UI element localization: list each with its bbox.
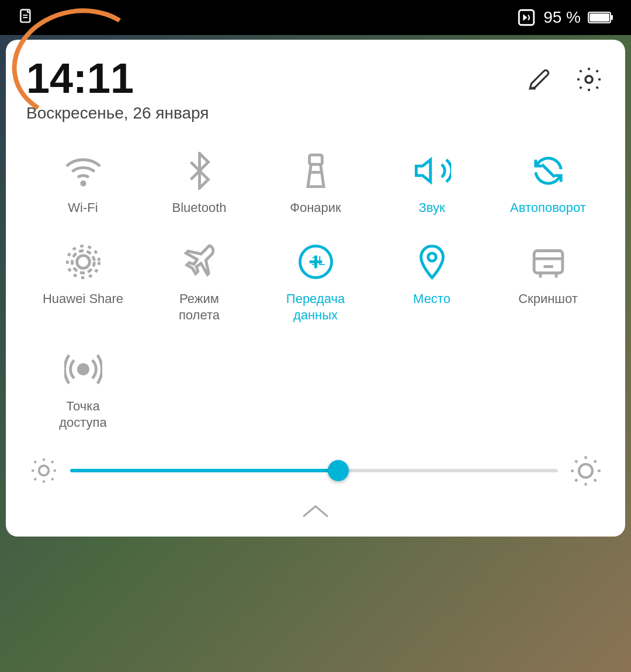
empty-cell-3 [375, 342, 488, 437]
empty-cell-1 [143, 342, 256, 437]
toggles-row2: Huawei Share Режимполета 1L [26, 234, 605, 330]
airplane-icon [181, 243, 219, 281]
brightness-slider[interactable] [70, 469, 558, 472]
flashlight-icon-container [294, 149, 338, 193]
hotspot-icon [64, 350, 102, 388]
brightness-row [26, 449, 605, 493]
flashlight-label: Фонарик [290, 200, 341, 217]
bottom-chevron-area[interactable] [26, 493, 605, 522]
settings-button[interactable] [573, 63, 605, 95]
airplane-toggle[interactable]: Режимполета [143, 234, 256, 330]
hotspot-icon-container [61, 347, 105, 391]
hotspot-toggle[interactable]: Точкадоступа [26, 342, 140, 437]
clock-date: Воскресенье, 26 января [26, 104, 209, 123]
svg-point-14 [77, 255, 89, 268]
chevron-up-icon[interactable] [301, 502, 330, 519]
svg-line-32 [51, 479, 53, 481]
data-transfer-icon-container: 1L [294, 240, 338, 284]
sound-icon [413, 152, 451, 190]
svg-line-35 [34, 479, 36, 481]
location-icon-container [410, 240, 454, 284]
svg-line-45 [594, 461, 596, 462]
autorotate-icon-container [526, 149, 570, 193]
bluetooth-label: Bluetooth [172, 200, 227, 217]
sound-toggle[interactable]: Звук [375, 143, 488, 222]
brightness-thumb[interactable] [328, 460, 349, 481]
autorotate-icon [529, 152, 567, 190]
screenshot-label: Скриншот [518, 291, 578, 308]
svg-point-37 [579, 464, 592, 478]
svg-point-9 [81, 182, 84, 184]
flashlight-toggle[interactable]: Фонарик [259, 143, 372, 222]
svg-point-8 [585, 76, 592, 83]
svg-marker-12 [416, 160, 430, 182]
battery-percentage: 95 % [543, 8, 581, 27]
screenshot-toggle[interactable]: Скриншот [491, 234, 605, 330]
wifi-label: Wi-Fi [68, 200, 98, 217]
svg-rect-6 [590, 13, 609, 22]
nfc-icon [516, 8, 536, 27]
screenshot-icon-container [526, 240, 570, 284]
svg-point-27 [78, 364, 88, 374]
data-transfer-label: Передачаданных [286, 291, 345, 324]
screenshot-icon [529, 243, 567, 281]
edit-icon [528, 68, 550, 90]
autorotate-label: Автоповорот [510, 200, 586, 217]
svg-line-13 [542, 165, 554, 177]
location-icon [413, 243, 451, 281]
empty-cell-2 [259, 342, 372, 437]
toggles-row1: Wi-Fi Bluetooth Фонари [26, 143, 605, 222]
toggles-row3: Точкадоступа [26, 342, 605, 437]
notification-panel: 14:11 Воскресенье, 26 января [6, 40, 625, 537]
airplane-label: Режимполета [179, 291, 220, 324]
brightness-fill [70, 469, 338, 472]
brightness-low-icon [29, 456, 58, 485]
clock-time: 14:11 [26, 57, 209, 99]
huawei-share-icon-container [61, 240, 105, 284]
flashlight-icon [297, 152, 335, 190]
panel-header: 14:11 Воскресенье, 26 января [26, 57, 605, 123]
brightness-low-button[interactable] [29, 456, 58, 485]
huawei-share-toggle[interactable]: Huawei Share [26, 234, 140, 330]
document-icon [18, 8, 36, 27]
autorotate-toggle[interactable]: Автоповорот [491, 143, 605, 222]
hotspot-label: Точкадоступа [59, 398, 107, 431]
data-transfer-toggle[interactable]: 1L Передачаданных [259, 234, 372, 330]
brightness-high-icon [570, 455, 602, 487]
svg-line-40 [575, 461, 577, 462]
svg-line-31 [34, 461, 36, 463]
svg-text:1L: 1L [311, 253, 325, 268]
wifi-icon [64, 152, 102, 190]
svg-line-41 [594, 479, 596, 481]
status-bar: 95 % [0, 0, 631, 35]
data-transfer-icon: 1L [297, 243, 335, 281]
svg-rect-5 [611, 15, 613, 20]
airplane-icon-container [178, 240, 221, 284]
edit-button[interactable] [523, 63, 555, 95]
sound-label: Звук [418, 200, 445, 217]
status-bar-right: 95 % [516, 8, 613, 27]
bluetooth-toggle[interactable]: Bluetooth [143, 143, 256, 222]
huawei-share-label: Huawei Share [43, 291, 123, 308]
svg-rect-22 [534, 250, 563, 273]
svg-point-21 [428, 253, 436, 261]
location-label: Место [413, 291, 450, 308]
time-section: 14:11 Воскресенье, 26 января [26, 57, 209, 123]
brightness-high-button[interactable] [570, 455, 602, 487]
empty-cell-4 [491, 342, 605, 437]
bluetooth-icon-container [178, 149, 221, 193]
bluetooth-icon [181, 152, 219, 190]
svg-line-36 [51, 461, 53, 463]
wifi-icon-container [61, 149, 105, 193]
huawei-share-icon [64, 243, 102, 281]
location-toggle[interactable]: Место [375, 234, 488, 330]
status-bar-left [18, 8, 36, 27]
header-icons [523, 63, 605, 95]
svg-line-44 [575, 479, 577, 481]
settings-icon [575, 65, 603, 93]
sound-icon-container [410, 149, 454, 193]
svg-point-28 [39, 466, 49, 476]
svg-rect-10 [309, 155, 322, 164]
battery-icon [588, 11, 613, 25]
wifi-toggle[interactable]: Wi-Fi [26, 143, 140, 222]
